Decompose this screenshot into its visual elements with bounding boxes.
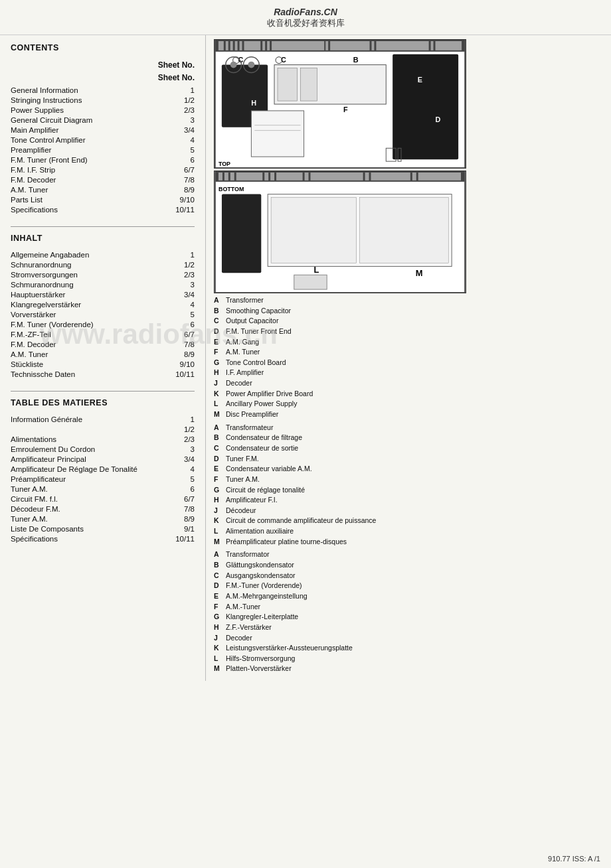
svg-rect-7: [244, 41, 260, 50]
toc-row: F.M. I.F. Strip6/7: [11, 165, 195, 175]
toc-item-sheet: 4: [139, 464, 195, 474]
toc-item-sheet: 3/4: [139, 289, 195, 299]
toc-item-name: Klangregelverstärker: [11, 299, 139, 309]
toc-item-sheet: 10/11: [139, 204, 195, 214]
legend-row: ECondensateur variable A.M.: [214, 464, 603, 474]
svg-rect-45: [218, 173, 222, 181]
svg-rect-35: [251, 111, 304, 157]
toc-row: Circuit FM. f.l.6/7: [11, 494, 195, 504]
legend-value: Disc Preamplifier: [226, 410, 603, 419]
svg-rect-13: [372, 41, 375, 50]
toc-item-name: Technissche Daten: [11, 369, 139, 379]
legend-value: Power Amplifier Drive Board: [226, 390, 603, 399]
svg-point-27: [248, 62, 254, 68]
legend-value: Z.F.-Verstärker: [226, 623, 603, 632]
toc-item-sheet: 6: [139, 155, 195, 165]
inhalt-section: INHALT Allgemeine Angabaden1Schnuranordn…: [11, 234, 195, 379]
legend-french: ATransformateurBCondensateur de filtrage…: [214, 423, 603, 547]
toc-item-name: Information Générale: [11, 414, 139, 424]
legend-value: Ausgangskondensator: [226, 571, 603, 581]
svg-text:TOP: TOP: [218, 161, 230, 167]
svg-rect-49: [264, 173, 268, 181]
left-panel: CONTENTS Sheet No. Sheet No.General Info…: [0, 35, 206, 681]
legend-key: M: [214, 538, 223, 547]
legend-row: MPréamplificateur platine tourne-disques: [214, 537, 603, 547]
toc-item-name: [11, 424, 139, 434]
svg-rect-4: [230, 41, 233, 50]
svg-rect-54: [365, 173, 369, 181]
legend-value: Transformator: [226, 550, 603, 559]
legend-value: Condensateur de filtrage: [226, 433, 603, 443]
svg-rect-60: [222, 194, 261, 273]
page-header: RadioFans.CN 收音机爱好者资料库: [0, 0, 611, 35]
legend-value: Transformer: [226, 296, 603, 305]
legend-key: J: [214, 506, 223, 516]
toc-item-sheet: 9/10: [139, 194, 195, 204]
toc-item-sheet: 1/2: [139, 259, 195, 269]
toc-item-sheet: 7/8: [139, 504, 195, 514]
legend-row: GTone Control Board: [214, 358, 603, 368]
toc-item-sheet: 2/3: [139, 105, 195, 115]
toc-row: Specifications10/11: [11, 204, 195, 214]
toc-row: Spécifications10/11: [11, 534, 195, 543]
legend-value: A.M.-Tuner: [226, 603, 603, 612]
svg-rect-65: [360, 198, 449, 263]
legend-value: Glättungskondensator: [226, 561, 603, 570]
svg-rect-57: [418, 173, 461, 181]
toc-row: Tuner A.M.6: [11, 484, 195, 494]
toc-item-name: Schnuranordnung: [11, 259, 139, 269]
toc-item-name: F.M. Decoder: [11, 175, 139, 184]
legend-key: A: [214, 550, 223, 559]
toc-item-sheet: 3: [139, 279, 195, 289]
toc-row: F.M. Decoder7/8: [11, 175, 195, 184]
legend-row: JDecoder: [214, 378, 603, 389]
toc-item-sheet: 3/4: [139, 454, 195, 464]
legend-key: E: [214, 465, 223, 474]
page-footer: 910.77 ISS: A /1: [548, 855, 600, 863]
toc-item-name: Amplificateur Principal: [11, 454, 139, 464]
site-title: RadioFans.CN: [0, 7, 611, 17]
legend-row: BCondensateur de filtrage: [214, 433, 603, 443]
svg-text:D: D: [436, 115, 441, 123]
svg-rect-28: [393, 54, 458, 159]
legend-key: D: [214, 581, 223, 591]
toc-row: Tuner A.M.8/9: [11, 514, 195, 524]
svg-rect-11: [325, 41, 328, 50]
toc-item-name: Tuner A.M.: [11, 484, 139, 494]
toc-item-sheet: 3: [139, 115, 195, 125]
toc-item-name: Allgemeine Angabaden: [11, 250, 139, 259]
legend-value: A.M. Gang: [226, 338, 603, 347]
bottom-diagram: BOTTOM A K J L M: [214, 171, 466, 293]
toc-row: F.M. Tuner (Front End)6: [11, 155, 195, 165]
toc-item-sheet: 6/7: [139, 494, 195, 504]
toc-item-name: Tone Control Amplifier: [11, 135, 139, 145]
toc-item-name: Emroulement Du Cordon: [11, 444, 139, 454]
legend-row: EA.M. Gang: [214, 337, 603, 348]
legend-value: I.F. Amplifier: [226, 368, 603, 378]
top-diagram: C C B A: [214, 39, 466, 169]
toc-item-name: F.M. Decoder: [11, 339, 139, 349]
legend-value: Décodeur: [226, 506, 603, 516]
legend-value: A.M.-Mehrgangeinstellung: [226, 592, 603, 601]
legend-value: Platten-Vorverstärker: [226, 664, 603, 674]
legend-value: Hilfs-Stromversorgung: [226, 654, 603, 664]
legend-row: BGlättungskondensator: [214, 560, 603, 571]
contents-section: CONTENTS Sheet No. Sheet No.General Info…: [11, 43, 195, 214]
legend-key: C: [214, 444, 223, 453]
svg-rect-6: [240, 41, 242, 50]
toc-item-sheet: 10/11: [139, 369, 195, 379]
legend-value: Préamplificateur platine tourne-disques: [226, 538, 603, 547]
legend-key: G: [214, 358, 223, 368]
toc-row: Vorverstärker5: [11, 309, 195, 319]
toc-item-name: A.M. Tuner: [11, 349, 139, 359]
toc-item-name: F.M. Tuner (Vorderende): [11, 319, 139, 329]
svg-rect-50: [270, 173, 274, 181]
svg-rect-8: [262, 41, 265, 50]
svg-rect-48: [236, 173, 263, 181]
toc-row: A.M. Tuner8/9: [11, 184, 195, 194]
toc-row: Preamplifier5: [11, 145, 195, 155]
legend-value: Condensateur variable A.M.: [226, 465, 603, 474]
legend-german: ATransformatorBGlättungskondensatorCAusg…: [214, 549, 603, 674]
toc-item-sheet: 1/2: [139, 95, 195, 105]
toc-row: Stückliste9/10: [11, 359, 195, 369]
